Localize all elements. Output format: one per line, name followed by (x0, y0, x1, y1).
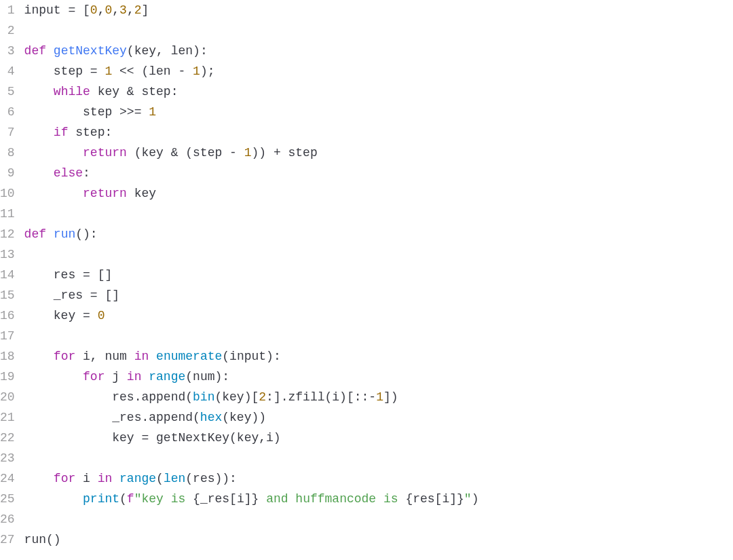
code-line[interactable]: run() (24, 529, 733, 550)
code-line[interactable]: for i, num in enumerate(input): (24, 346, 733, 367)
code-line[interactable]: while key & step: (24, 81, 733, 102)
token: print (83, 492, 119, 506)
token: step >>= (24, 105, 149, 119)
code-editor[interactable]: 1234567891011121314151617181920212223242… (0, 0, 733, 550)
code-line[interactable]: step >>= 1 (24, 102, 733, 122)
token: return (83, 187, 127, 200)
token: in (134, 350, 149, 363)
token: :].zfill(i)[::- (266, 390, 376, 404)
line-number: 25 (0, 489, 15, 509)
token: for (54, 350, 75, 363)
token: getNextKey (54, 44, 127, 58)
line-number: 11 (0, 204, 15, 224)
token: { (193, 492, 200, 506)
token: hex (200, 411, 222, 424)
line-number: 9 (0, 163, 15, 183)
code-line[interactable]: step = 1 << (len - 1); (24, 61, 733, 81)
token: else (54, 166, 83, 180)
code-line[interactable]: key = 0 (24, 305, 733, 326)
token: 0 (90, 3, 98, 17)
token: , (127, 3, 134, 17)
token: " (464, 492, 472, 506)
token: _res[i] (200, 492, 252, 506)
code-content[interactable]: input = [0,0,3,2] def getNextKey(key, le… (24, 0, 733, 550)
token: ] (142, 3, 149, 17)
code-line[interactable]: def getNextKey(key, len): (24, 41, 733, 61)
token: 1 (149, 105, 156, 119)
token (46, 227, 54, 241)
code-line[interactable]: return key (24, 183, 733, 204)
code-line[interactable] (24, 326, 733, 346)
token: step = (24, 64, 105, 78)
token: 1 (193, 64, 200, 78)
code-line[interactable] (24, 204, 733, 224)
code-line[interactable]: key = getNextKey(key,i) (24, 428, 733, 448)
code-line[interactable] (24, 20, 733, 41)
line-number: 19 (0, 367, 15, 387)
token: : (83, 166, 90, 180)
token: (key)) (222, 411, 266, 424)
code-line[interactable]: return (key & (step - 1)) + step (24, 143, 733, 163)
code-line[interactable]: def run(): (24, 224, 733, 244)
line-number: 8 (0, 143, 15, 163)
token: key & step: (90, 85, 178, 98)
token: enumerate (156, 350, 222, 363)
token: 0 (98, 309, 105, 322)
token: and huffmancode is (259, 492, 405, 506)
token: run() (24, 533, 61, 546)
token: ); (200, 64, 215, 78)
line-number: 14 (0, 265, 15, 285)
line-number: 2 (0, 20, 15, 41)
token: run (54, 227, 75, 241)
token: (key & (step - (127, 146, 244, 160)
code-line[interactable]: input = [0,0,3,2] (24, 0, 733, 20)
code-line[interactable]: _res.append(hex(key)) (24, 407, 733, 428)
line-number: 1 (0, 0, 15, 20)
token: def (24, 227, 46, 241)
token: in (98, 472, 113, 485)
code-line[interactable]: res = [] (24, 265, 733, 285)
token: "key is (134, 492, 193, 506)
token: 2 (259, 390, 266, 404)
token: for (54, 472, 75, 485)
token: range (119, 472, 156, 485)
line-number: 5 (0, 81, 15, 102)
token: res.append( (24, 390, 193, 404)
code-line[interactable]: if step: (24, 122, 733, 143)
token: i (75, 472, 97, 485)
token: bin (193, 390, 214, 404)
token: while (54, 85, 90, 98)
line-number: 13 (0, 244, 15, 265)
code-line[interactable]: for j in range(num): (24, 367, 733, 387)
code-line[interactable]: for i in range(len(res)): (24, 468, 733, 489)
token: return (83, 146, 127, 160)
code-line[interactable]: else: (24, 163, 733, 183)
token: , (112, 3, 119, 17)
line-number: 6 (0, 102, 15, 122)
code-line[interactable]: _res = [] (24, 285, 733, 305)
line-number: 18 (0, 346, 15, 367)
code-line[interactable]: res.append(bin(key)[2:].zfill(i)[::-1]) (24, 387, 733, 407)
code-line[interactable] (24, 509, 733, 529)
token: in (127, 370, 142, 384)
token: << (len - (112, 64, 193, 78)
token: ( (156, 472, 164, 485)
token: ) (472, 492, 479, 506)
code-line[interactable] (24, 244, 733, 265)
token (141, 370, 149, 384)
token: } (252, 492, 259, 506)
line-number: 24 (0, 468, 15, 489)
token: 1 (244, 146, 252, 160)
token: f (127, 492, 134, 506)
token (24, 492, 83, 506)
code-line[interactable]: print(f"key is {_res[i]} and huffmancode… (24, 489, 733, 509)
token: (key, len): (127, 44, 208, 58)
token: ( (119, 492, 127, 506)
token: (): (75, 227, 97, 241)
token: j (105, 370, 126, 384)
token: range (149, 370, 185, 384)
token: key = (24, 309, 98, 322)
token: { (405, 492, 413, 506)
code-line[interactable] (24, 448, 733, 468)
line-number: 16 (0, 305, 15, 326)
